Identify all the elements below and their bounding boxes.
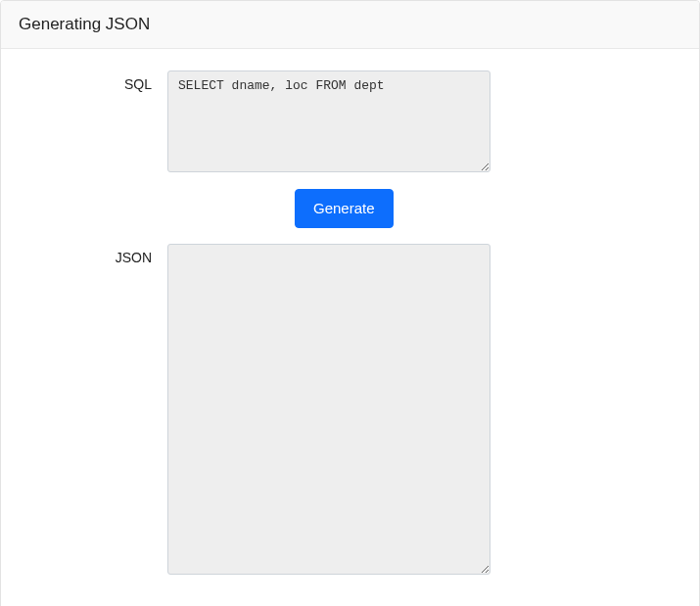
card-title: Generating JSON (19, 15, 150, 33)
json-row: JSON (30, 244, 670, 578)
generating-json-card: Generating JSON SQL SELECT dname, loc FR… (0, 0, 700, 606)
card-header: Generating JSON (1, 1, 699, 49)
button-row: Generate (30, 189, 670, 228)
json-label: JSON (30, 244, 167, 265)
sql-row: SQL SELECT dname, loc FROM dept (30, 70, 670, 175)
generate-button[interactable]: Generate (295, 189, 394, 228)
button-offset (30, 189, 295, 228)
sql-wrap: SELECT dname, loc FROM dept (167, 70, 490, 175)
json-output[interactable] (167, 244, 490, 575)
sql-input[interactable]: SELECT dname, loc FROM dept (167, 70, 490, 172)
sql-label: SQL (30, 70, 167, 92)
card-body: SQL SELECT dname, loc FROM dept Generate… (1, 49, 699, 606)
json-wrap (167, 244, 490, 578)
